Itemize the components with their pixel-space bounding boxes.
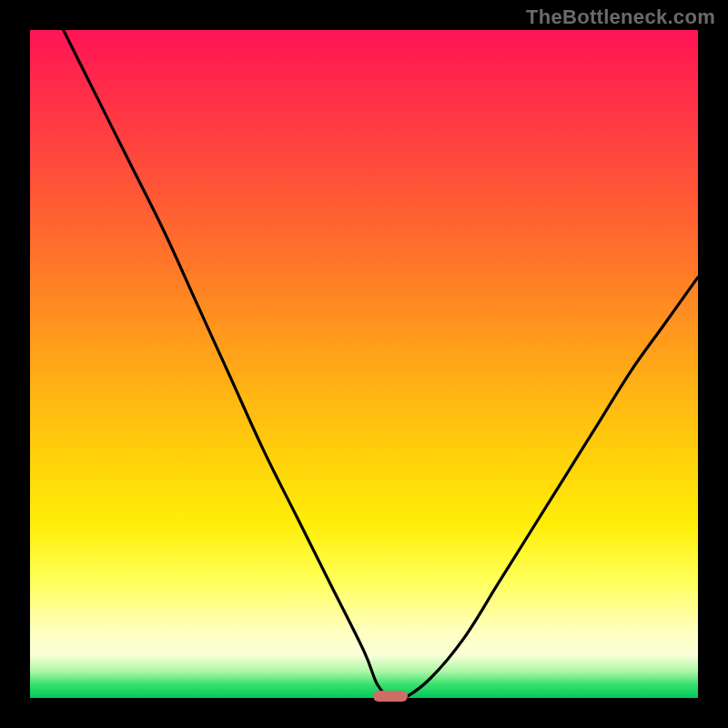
chart-wrapper: TheBottleneck.com xyxy=(0,0,728,728)
plot-gradient-background xyxy=(30,30,698,698)
curve-minimum-marker xyxy=(373,691,408,702)
watermark-text: TheBottleneck.com xyxy=(526,5,715,29)
